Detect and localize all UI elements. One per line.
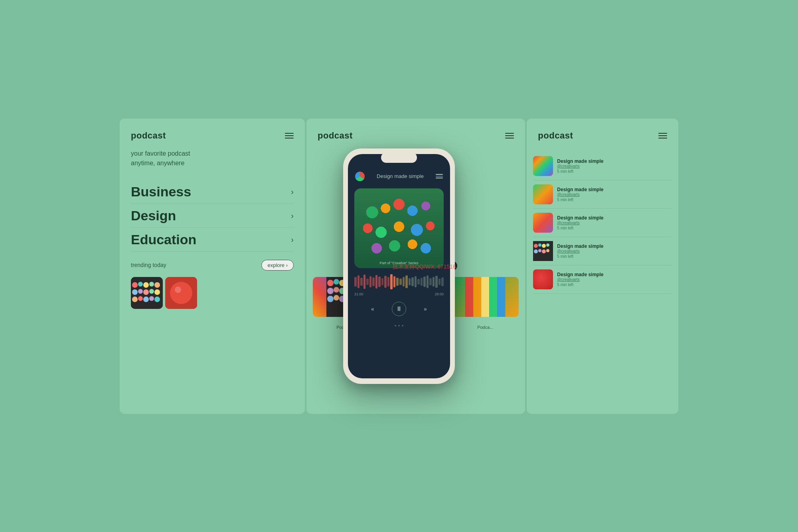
podcast-thumb-3[interactable] [452,277,519,317]
stage: podcast your favorite podcast anytime, a… [80,87,718,446]
card-left-tagline: your favorite podcast anytime, anywhere [120,149,305,180]
svg-point-7 [138,289,143,294]
phone-notch [381,152,417,163]
list-thumb-5 [533,269,553,289]
next-button[interactable]: » [418,302,433,316]
card-left: podcast your favorite podcast anytime, a… [120,119,305,414]
phone-screen: Design made simple Part of "Creative" Se… [348,154,450,378]
svg-point-15 [154,297,160,302]
nav-item-design[interactable]: Design › [131,204,294,228]
svg-point-14 [149,296,154,301]
svg-point-8 [143,289,149,295]
list-title-3: Design made simple [557,215,603,221]
svg-point-20 [327,280,334,286]
list-item-5[interactable]: Design made simple @creativarts 5 min le… [533,265,672,294]
nav-arrow-business: › [291,187,294,196]
phone-album-art: Part of "Creative" Series [354,188,444,268]
phone-dot-2 [398,325,400,326]
list-time-5: 5 min left [557,283,603,287]
svg-rect-40 [465,277,473,317]
svg-rect-42 [481,277,489,317]
thumb-red [165,277,197,309]
svg-point-33 [334,295,339,301]
thumbnail-row-left [120,277,305,309]
list-title-5: Design made simple [557,272,603,277]
card-right: podcast Design made simple @creativarts … [527,119,678,414]
podcast-label-3: Podca... [452,325,519,330]
svg-point-4 [149,282,154,287]
svg-point-1 [132,282,138,288]
card-middle-logo: podcast [318,131,353,141]
list-item-1[interactable]: Design made simple @creativarts 5 min le… [533,152,672,180]
play-button[interactable]: ⏸ [392,302,406,316]
list-item-2[interactable]: Design made simple @creativarts 5 min le… [533,180,672,209]
list-thumb-3 [533,213,553,233]
list-thumb-2 [533,184,553,204]
svg-point-26 [327,288,334,294]
nav-label-design: Design [131,208,176,223]
list-thumb-4 [533,241,553,261]
list-text-1: Design made simple @creativarts 5 min le… [557,158,603,174]
hamburger-icon-middle[interactable] [505,133,514,138]
list-item-3[interactable]: Design made simple @creativarts 5 min le… [533,209,672,237]
nav-arrow-design: › [291,211,294,220]
list-time-1: 5 min left [557,169,603,174]
hamburger-icon-left[interactable] [285,133,294,138]
nav-list: Business › Design › Education › [120,180,305,252]
svg-point-17 [170,282,192,304]
svg-point-48 [542,244,546,248]
svg-point-47 [538,243,541,247]
time-current: 21:00 [354,292,363,296]
svg-point-13 [143,297,149,302]
svg-point-11 [132,297,138,302]
svg-point-12 [138,296,143,301]
svg-point-49 [546,243,549,247]
phone-wrapper: Design made simple Part of "Creative" Se… [343,148,455,384]
list-items: Design made simple @creativarts 5 min le… [527,152,678,294]
list-time-2: 5 min left [557,198,603,202]
phone-frame: Design made simple Part of "Creative" Se… [343,148,455,384]
waveform [354,274,444,290]
prev-button[interactable]: « [365,302,380,316]
time-row: 21:00 28:00 [348,292,450,296]
list-time-4: 5 min left [557,254,603,259]
list-author-4: @creativarts [557,249,603,253]
thumb-batteries [131,277,163,309]
svg-point-21 [334,279,339,285]
phone-dot-1 [395,325,396,326]
list-thumb-1 [533,156,553,176]
svg-point-50 [534,249,538,253]
svg-rect-41 [473,277,481,317]
list-item-4[interactable]: Design made simple @creativarts 5 min le… [533,237,672,265]
card-middle-header: podcast [306,119,525,149]
nav-label-business: Business [131,184,191,200]
list-text-5: Design made simple @creativarts 5 min le… [557,272,603,287]
phone-dots [348,322,450,331]
nav-item-education[interactable]: Education › [131,228,294,252]
svg-point-9 [149,289,154,294]
list-text-4: Design made simple @creativarts 5 min le… [557,243,603,259]
svg-point-10 [154,289,160,295]
list-title-4: Design made simple [557,243,603,249]
hamburger-icon-right[interactable] [658,133,667,138]
list-author-5: @creativarts [557,277,603,282]
svg-point-32 [327,296,334,302]
card-left-logo: podcast [131,131,166,141]
svg-point-53 [546,249,549,252]
phone-logo-icon [355,172,365,181]
nav-item-business[interactable]: Business › [131,180,294,204]
svg-point-5 [154,282,160,288]
card-right-header: podcast [527,119,678,149]
waveform-section [348,271,450,291]
list-time-3: 5 min left [557,226,603,230]
list-title-2: Design made simple [557,187,603,192]
svg-point-51 [538,249,541,252]
list-text-3: Design made simple @creativarts 5 min le… [557,215,603,230]
series-label: Part of "Creative" Series [380,261,419,265]
svg-point-46 [534,244,538,248]
phone-menu-icon[interactable] [436,174,443,178]
list-author-3: @creativarts [557,221,603,225]
umbrella-art [354,188,444,268]
explore-button[interactable]: explore › [261,260,294,271]
controls-row: « ⏸ » [348,296,450,322]
